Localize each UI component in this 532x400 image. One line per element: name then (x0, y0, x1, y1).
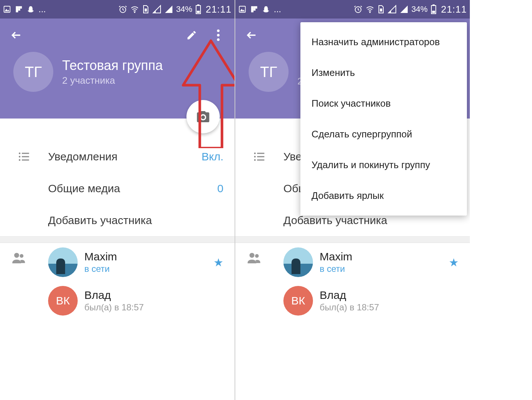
clock-text: 21:11 (441, 4, 467, 15)
signal-2-icon (164, 5, 173, 14)
svg-rect-7 (145, 9, 147, 11)
svg-marker-35 (400, 6, 408, 13)
shared-media-row[interactable]: Общие медиа 0 (0, 173, 235, 204)
notifications-value: Вкл. (202, 150, 223, 163)
svg-rect-32 (380, 9, 382, 11)
group-subtitle: 2 участника (62, 75, 163, 86)
status-ellipsis: ... (274, 4, 281, 14)
svg-rect-4 (18, 9, 20, 11)
svg-rect-42 (257, 156, 265, 157)
list-icon (246, 150, 272, 163)
battery-icon (431, 4, 437, 14)
svg-point-19 (19, 156, 21, 158)
shared-media-label: Общие медиа (48, 182, 217, 195)
overflow-menu: Назначить администраторов Изменить Поиск… (300, 22, 467, 216)
member-name: Maxim (320, 250, 449, 263)
svg-rect-25 (239, 6, 246, 13)
svg-rect-12 (197, 4, 199, 6)
notifications-label: Уведомления (48, 150, 202, 163)
group-avatar[interactable]: ТГ (249, 52, 289, 92)
back-button[interactable] (7, 26, 25, 44)
sim-icon (377, 5, 385, 14)
svg-rect-40 (257, 153, 265, 154)
status-bar: ... 34% 21:11 (0, 0, 235, 19)
screen-right: ... 34% 21:11 ТГ 2 (235, 0, 470, 400)
menu-search-members[interactable]: Поиск участников (300, 88, 467, 119)
status-ellipsis: ... (38, 4, 46, 14)
group-avatar[interactable]: ТГ (13, 52, 53, 92)
status-right: 34% 21:11 (354, 4, 467, 15)
svg-point-21 (19, 159, 21, 161)
status-right: 34% 21:11 (118, 4, 232, 15)
svg-marker-1 (5, 9, 10, 11)
svg-rect-22 (22, 160, 29, 161)
svg-point-46 (255, 254, 259, 258)
member-status: в сети (84, 264, 213, 274)
menu-delete-leave[interactable]: Удалить и покинуть группу (300, 150, 467, 180)
alarm-icon (118, 5, 127, 14)
svg-rect-29 (253, 9, 256, 11)
signal-2-icon (400, 5, 408, 14)
svg-point-41 (254, 156, 256, 158)
flipboard-icon (250, 5, 258, 13)
member-name: Maxim (84, 250, 213, 263)
status-left: ... (238, 4, 281, 14)
screen-left: ... 34% 21:11 ТГ (0, 0, 235, 400)
svg-rect-28 (253, 6, 257, 9)
svg-point-15 (217, 34, 220, 37)
settings-section: Уведомления Вкл. Общие медиа 0 Добавить … (0, 141, 235, 236)
members-section: Maxim в сети ★ ВК Влад был(а) в 18:57 (0, 243, 235, 320)
menu-edit[interactable]: Изменить (300, 57, 467, 88)
svg-rect-18 (22, 153, 29, 154)
sim-icon (142, 5, 149, 14)
member-avatar[interactable] (48, 247, 78, 277)
group-header: ТГ Тестовая группа 2 участника (0, 19, 235, 119)
alarm-icon (354, 5, 363, 14)
member-row[interactable]: ВК Влад был(а) в 18:57 (235, 281, 470, 320)
status-bar: ... 34% 21:11 (235, 0, 470, 19)
camera-fab[interactable] (186, 100, 220, 133)
section-divider (0, 236, 235, 243)
shared-media-value: 0 (217, 182, 223, 195)
signal-1-icon (152, 5, 161, 14)
back-button[interactable] (243, 26, 260, 44)
clock-text: 21:11 (206, 4, 232, 15)
battery-text: 34% (176, 4, 192, 14)
svg-point-31 (370, 12, 370, 13)
svg-point-39 (254, 153, 256, 154)
member-avatar[interactable]: ВК (48, 286, 78, 316)
admin-star-icon: ★ (449, 256, 459, 269)
battery-icon (195, 4, 201, 14)
member-row[interactable]: ВК Влад был(а) в 18:57 (0, 281, 235, 320)
svg-marker-26 (240, 9, 245, 11)
svg-rect-13 (197, 11, 200, 13)
battery-text: 34% (411, 4, 428, 14)
more-button[interactable] (209, 26, 227, 44)
member-row[interactable]: Maxim в сети ★ (235, 243, 470, 281)
notifications-row[interactable]: Уведомления Вкл. (0, 141, 235, 173)
snapchat-icon (27, 5, 35, 13)
svg-rect-38 (432, 11, 435, 13)
section-divider (235, 236, 470, 243)
admin-star-icon: ★ (213, 256, 223, 269)
member-name: Влад (84, 289, 223, 301)
add-member-label: Добавить участника (48, 214, 223, 227)
svg-point-23 (14, 253, 19, 258)
svg-point-43 (254, 159, 256, 161)
menu-assign-admins[interactable]: Назначить администраторов (300, 27, 467, 57)
menu-make-supergroup[interactable]: Сделать супергруппой (300, 119, 467, 150)
member-avatar[interactable] (283, 247, 313, 277)
member-row[interactable]: Maxim в сети ★ (0, 243, 235, 281)
edit-button[interactable] (183, 26, 201, 44)
add-member-row[interactable]: Добавить участника (0, 204, 235, 236)
svg-rect-27 (251, 6, 253, 13)
svg-point-6 (134, 12, 135, 13)
menu-add-shortcut[interactable]: Добавить ярлык (300, 180, 467, 211)
svg-rect-0 (4, 6, 10, 13)
image-icon (238, 5, 246, 13)
svg-marker-10 (165, 6, 172, 13)
svg-rect-44 (257, 160, 265, 161)
svg-point-24 (20, 254, 23, 258)
member-avatar[interactable]: ВК (283, 286, 313, 316)
svg-point-14 (217, 30, 220, 32)
